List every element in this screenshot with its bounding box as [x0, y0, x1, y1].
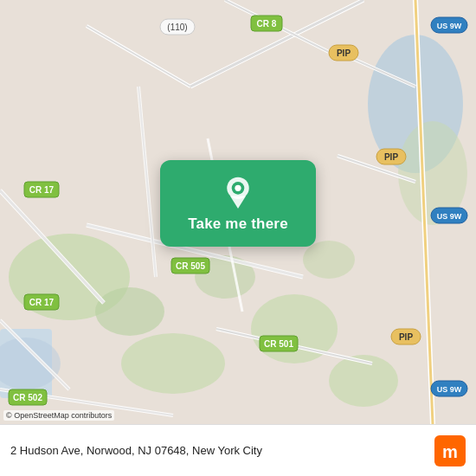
- moovit-logo: m: [434, 435, 466, 466]
- map-area: (110) CR 8 US 9W CR 17 CR 17 CR 502 CR 5…: [0, 0, 476, 424]
- svg-text:CR 505: CR 505: [176, 261, 205, 271]
- svg-text:PIP: PIP: [337, 48, 351, 58]
- svg-text:US 9W: US 9W: [437, 212, 462, 221]
- svg-point-9: [95, 287, 164, 336]
- svg-text:US 9W: US 9W: [437, 22, 462, 30]
- svg-text:PIP: PIP: [399, 332, 413, 342]
- svg-text:CR 502: CR 502: [13, 393, 42, 402]
- location-popup: Take me there: [160, 160, 316, 247]
- svg-text:CR 17: CR 17: [29, 298, 55, 307]
- svg-text:PIP: PIP: [384, 152, 398, 162]
- svg-text:(110): (110): [167, 23, 187, 32]
- map-attribution: © OpenStreetMap contributors: [3, 410, 114, 421]
- svg-text:US 9W: US 9W: [437, 385, 462, 394]
- take-me-there-button[interactable]: Take me there: [188, 215, 288, 233]
- svg-point-2: [121, 333, 225, 394]
- moovit-logo-icon: m: [434, 435, 466, 466]
- svg-point-11: [303, 241, 355, 279]
- svg-text:CR 17: CR 17: [29, 185, 55, 195]
- svg-text:m: m: [442, 441, 458, 460]
- svg-text:CR 8: CR 8: [257, 19, 277, 29]
- location-pin-icon: [221, 174, 255, 209]
- bottom-bar: 2 Hudson Ave, Norwood, NJ 07648, New Yor…: [0, 424, 476, 476]
- svg-marker-66: [230, 196, 246, 209]
- address-label: 2 Hudson Ave, Norwood, NJ 07648, New Yor…: [10, 444, 434, 457]
- svg-text:CR 501: CR 501: [264, 339, 293, 349]
- svg-point-65: [235, 185, 241, 191]
